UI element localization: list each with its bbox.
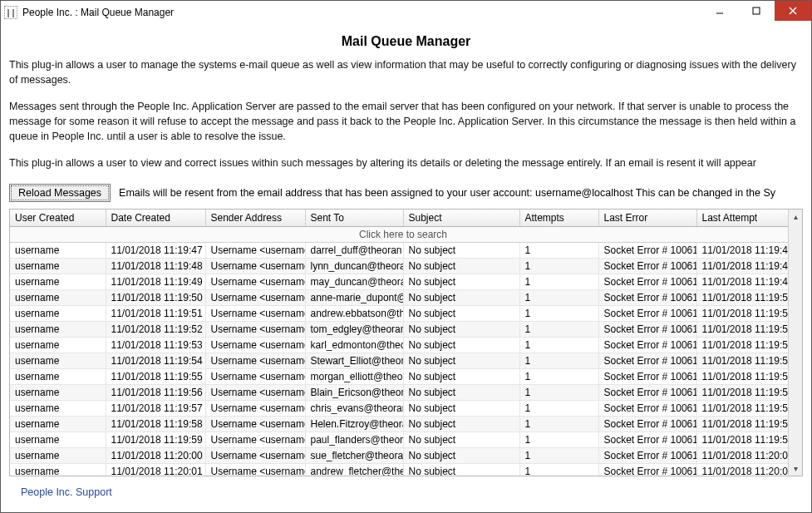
cell-sent-to: karl_edmonton@theo <box>305 337 403 353</box>
cell-date-created: 11/01/2018 11:19:52 <box>106 321 205 337</box>
cell-attempts: 1 <box>519 353 598 368</box>
col-header-sender-address[interactable]: Sender Address <box>205 210 305 227</box>
cell-date-created: 11/01/2018 11:19:58 <box>106 416 205 432</box>
cell-last-error: Socket Error # 10061 <box>598 274 696 289</box>
cell-sent-to: paul_flanders@theor <box>305 432 403 447</box>
window-title: People Inc. : Mail Queue Manager <box>22 7 174 18</box>
col-header-last-error[interactable]: Last Error <box>598 210 696 227</box>
cell-user-created: username <box>10 258 106 274</box>
cell-date-created: 11/01/2018 11:19:47 <box>106 242 205 258</box>
cell-last-attempt: 11/01/2018 11:19:48 <box>696 258 788 274</box>
cell-user-created: username <box>10 416 106 432</box>
cell-date-created: 11/01/2018 11:19:59 <box>106 432 205 447</box>
table-row[interactable]: username11/01/2018 11:19:48Username <use… <box>10 258 788 274</box>
vertical-scrollbar[interactable]: ▴ ▾ <box>788 210 802 476</box>
cell-sent-to: lynn_duncan@theora <box>305 258 403 274</box>
table-row[interactable]: username11/01/2018 11:19:53Username <use… <box>10 337 788 353</box>
intro-text: This plug-in allows a user to manage the… <box>9 57 803 180</box>
cell-sent-to: andrew.ebbatson@th <box>305 305 403 321</box>
table-row[interactable]: username11/01/2018 11:19:56Username <use… <box>10 384 788 400</box>
app-window: People Inc. : Mail Queue Manager Mail Qu… <box>0 0 812 513</box>
cell-last-error: Socket Error # 10061 <box>598 305 696 321</box>
titlebar[interactable]: People Inc. : Mail Queue Manager <box>1 1 811 24</box>
cell-last-error: Socket Error # 10061 <box>598 400 696 416</box>
cell-date-created: 11/01/2018 11:20:00 <box>106 447 205 463</box>
cell-user-created: username <box>10 289 106 305</box>
cell-user-created: username <box>10 337 106 353</box>
table-row[interactable]: username11/01/2018 11:19:58Username <use… <box>10 416 788 432</box>
scroll-track[interactable] <box>789 224 802 461</box>
intro-para-2: Messages sent through the People Inc. Ap… <box>9 99 803 144</box>
svg-rect-1 <box>753 7 760 14</box>
cell-subject: No subject <box>403 432 519 447</box>
cell-subject: No subject <box>403 305 519 321</box>
col-header-last-attempt[interactable]: Last Attempt <box>696 210 788 227</box>
col-header-date-created[interactable]: Date Created <box>106 210 205 227</box>
cell-sender-address: Username <username <box>205 289 305 305</box>
cell-sender-address: Username <username <box>205 242 305 258</box>
cell-subject: No subject <box>403 258 519 274</box>
scroll-up-icon[interactable]: ▴ <box>789 210 802 224</box>
cell-sender-address: Username <username <box>205 305 305 321</box>
maximize-button[interactable] <box>738 1 775 21</box>
action-row: Reload Messages Emails will be resent fr… <box>9 180 803 205</box>
cell-last-attempt: 11/01/2018 11:19:56 <box>696 384 788 400</box>
cell-sent-to: morgan_elliott@theo <box>305 368 403 384</box>
cell-sender-address: Username <username <box>205 368 305 384</box>
client-area: Mail Queue Manager This plug-in allows a… <box>1 24 811 512</box>
cell-last-attempt: 11/01/2018 11:19:49 <box>696 274 788 289</box>
table-row[interactable]: username11/01/2018 11:19:50Username <use… <box>10 289 788 305</box>
cell-user-created: username <box>10 447 106 463</box>
cell-subject: No subject <box>403 242 519 258</box>
reload-messages-button[interactable]: Reload Messages <box>9 184 111 202</box>
cell-last-attempt: 11/01/2018 11:19:58 <box>696 416 788 432</box>
table-row[interactable]: username11/01/2018 11:19:51Username <use… <box>10 305 788 321</box>
footer: People Inc. Support <box>9 476 803 509</box>
cell-date-created: 11/01/2018 11:19:55 <box>106 368 205 384</box>
table-row[interactable]: username11/01/2018 11:19:59Username <use… <box>10 432 788 447</box>
col-header-subject[interactable]: Subject <box>403 210 519 227</box>
cell-sender-address: Username <username <box>205 447 305 463</box>
cell-last-attempt: 11/01/2018 11:19:52 <box>696 321 788 337</box>
cell-last-attempt: 11/01/2018 11:19:54 <box>696 353 788 368</box>
cell-sender-address: Username <username <box>205 337 305 353</box>
cell-attempts: 1 <box>519 321 598 337</box>
support-link[interactable]: People Inc. Support <box>21 486 112 498</box>
cell-sender-address: Username <username <box>205 400 305 416</box>
col-header-sent-to[interactable]: Sent To <box>305 210 403 227</box>
cell-last-error: Socket Error # 10061 <box>598 447 696 463</box>
col-header-user-created[interactable]: User Created <box>10 210 106 227</box>
cell-last-error: Socket Error # 10061 <box>598 432 696 447</box>
grid-search-row[interactable]: Click here to search <box>10 226 788 242</box>
cell-attempts: 1 <box>519 258 598 274</box>
table-row[interactable]: username11/01/2018 11:19:54Username <use… <box>10 353 788 368</box>
cell-last-attempt: 11/01/2018 11:19:59 <box>696 432 788 447</box>
minimize-button[interactable] <box>701 1 738 21</box>
app-icon <box>4 6 17 19</box>
cell-sent-to: chris_evans@theoran <box>305 400 403 416</box>
table-row[interactable]: username11/01/2018 11:20:01Username <use… <box>10 463 788 476</box>
table-row[interactable]: username11/01/2018 11:19:49Username <use… <box>10 274 788 289</box>
cell-subject: No subject <box>403 289 519 305</box>
cell-attempts: 1 <box>519 274 598 289</box>
cell-user-created: username <box>10 463 106 476</box>
mail-queue-grid: User Created Date Created Sender Address… <box>9 209 803 476</box>
table-row[interactable]: username11/01/2018 11:20:00Username <use… <box>10 447 788 463</box>
cell-subject: No subject <box>403 416 519 432</box>
table-row[interactable]: username11/01/2018 11:19:47Username <use… <box>10 242 788 258</box>
grid-header-row: User Created Date Created Sender Address… <box>10 210 788 227</box>
col-header-attempts[interactable]: Attempts <box>519 210 598 227</box>
cell-last-error: Socket Error # 10061 <box>598 463 696 476</box>
table-row[interactable]: username11/01/2018 11:19:57Username <use… <box>10 400 788 416</box>
cell-last-error: Socket Error # 10061 <box>598 242 696 258</box>
table-row[interactable]: username11/01/2018 11:19:52Username <use… <box>10 321 788 337</box>
cell-attempts: 1 <box>519 368 598 384</box>
cell-attempts: 1 <box>519 416 598 432</box>
cell-date-created: 11/01/2018 11:19:51 <box>106 305 205 321</box>
close-button[interactable] <box>775 1 811 21</box>
cell-last-error: Socket Error # 10061 <box>598 384 696 400</box>
cell-last-error: Socket Error # 10061 <box>598 368 696 384</box>
cell-last-error: Socket Error # 10061 <box>598 337 696 353</box>
table-row[interactable]: username11/01/2018 11:19:55Username <use… <box>10 368 788 384</box>
scroll-down-icon[interactable]: ▾ <box>789 461 802 476</box>
